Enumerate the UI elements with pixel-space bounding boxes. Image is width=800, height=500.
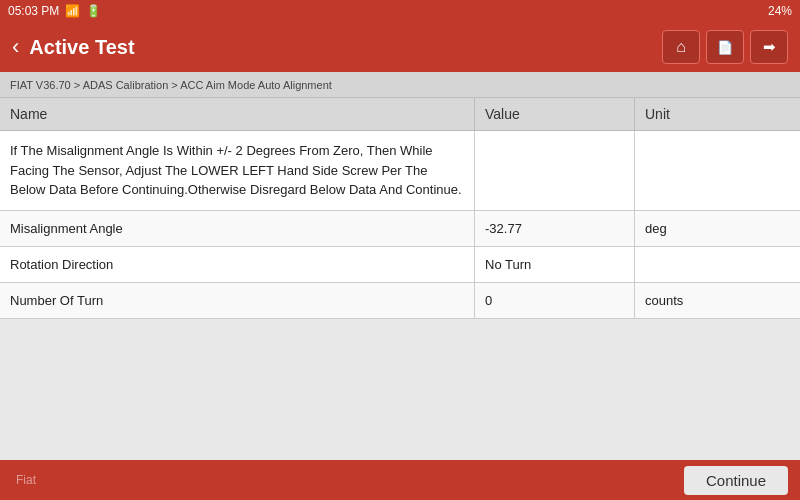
exit-icon: ➡ xyxy=(763,38,776,56)
header-left: ‹ Active Test xyxy=(12,36,135,59)
table-row: Number Of Turn 0 counts xyxy=(0,283,800,319)
row3-name-text: Number Of Turn xyxy=(10,293,103,308)
home-icon: ⌂ xyxy=(676,38,686,56)
col-value-header: Value xyxy=(475,98,635,130)
battery-icon: 🔋 xyxy=(86,4,101,18)
row3-unit-text: counts xyxy=(645,293,683,308)
table-row: Rotation Direction No Turn xyxy=(0,247,800,283)
row0-value xyxy=(475,131,635,210)
col-unit-header: Unit xyxy=(635,98,800,130)
row1-unit: deg xyxy=(635,211,800,246)
row2-value: No Turn xyxy=(475,247,635,282)
row2-value-text: No Turn xyxy=(485,257,531,272)
header: ‹ Active Test ⌂ 📄 ➡ xyxy=(0,22,800,72)
breadcrumb-text: FIAT V36.70 > ADAS Calibration > ACC Aim… xyxy=(10,79,332,91)
back-button[interactable]: ‹ xyxy=(12,36,19,58)
row2-name-text: Rotation Direction xyxy=(10,257,113,272)
exit-button[interactable]: ➡ xyxy=(750,30,788,64)
row1-value-text: -32.77 xyxy=(485,221,522,236)
row0-name: If The Misalignment Angle Is Within +/- … xyxy=(0,131,475,210)
col-name-header: Name xyxy=(0,98,475,130)
time-display: 05:03 PM xyxy=(8,4,59,18)
status-left: 05:03 PM 📶 🔋 xyxy=(8,4,101,18)
table-row: Misalignment Angle -32.77 deg xyxy=(0,211,800,247)
row1-name-text: Misalignment Angle xyxy=(10,221,123,236)
page-title: Active Test xyxy=(29,36,134,59)
brand-label: Fiat xyxy=(16,473,36,487)
breadcrumb: FIAT V36.70 > ADAS Calibration > ACC Aim… xyxy=(0,72,800,98)
table-header: Name Value Unit xyxy=(0,98,800,131)
row2-name: Rotation Direction xyxy=(0,247,475,282)
table-row: If The Misalignment Angle Is Within +/- … xyxy=(0,131,800,211)
row0-name-text: If The Misalignment Angle Is Within +/- … xyxy=(10,141,464,200)
continue-button[interactable]: Continue xyxy=(684,466,788,495)
header-right: ⌂ 📄 ➡ xyxy=(662,30,788,64)
row3-unit: counts xyxy=(635,283,800,318)
wifi-icon: 📶 xyxy=(65,4,80,18)
row3-value: 0 xyxy=(475,283,635,318)
row1-unit-text: deg xyxy=(645,221,667,236)
bottom-bar: Fiat Continue xyxy=(0,460,800,500)
battery-percent: 24% xyxy=(768,4,792,18)
home-button[interactable]: ⌂ xyxy=(662,30,700,64)
row0-unit xyxy=(635,131,800,210)
row3-name: Number Of Turn xyxy=(0,283,475,318)
row1-name: Misalignment Angle xyxy=(0,211,475,246)
row1-value: -32.77 xyxy=(475,211,635,246)
doc-button[interactable]: 📄 xyxy=(706,30,744,64)
status-right: 24% xyxy=(768,4,792,18)
row3-value-text: 0 xyxy=(485,293,492,308)
row2-unit xyxy=(635,247,800,282)
status-bar: 05:03 PM 📶 🔋 24% xyxy=(0,0,800,22)
doc-icon: 📄 xyxy=(717,40,733,55)
content-area: Name Value Unit If The Misalignment Angl… xyxy=(0,98,800,460)
